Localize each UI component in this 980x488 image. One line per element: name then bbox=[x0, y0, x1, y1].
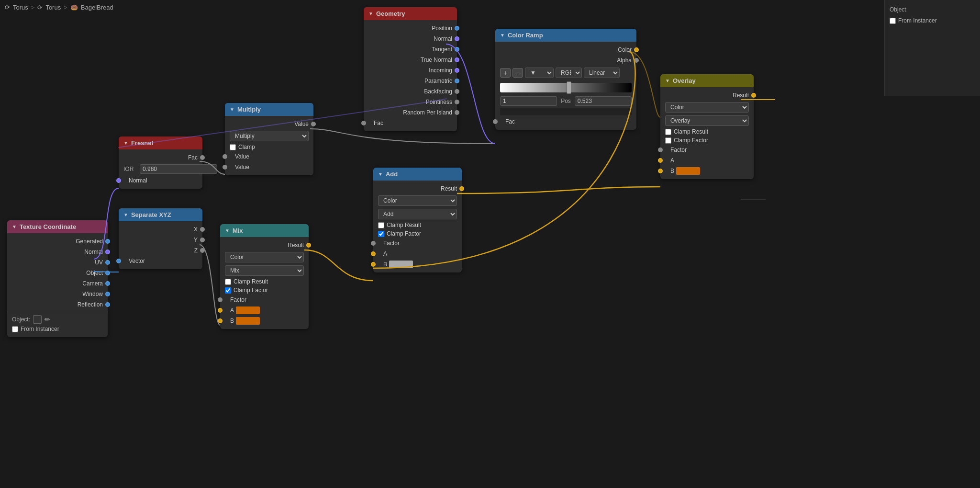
node-separate-xyz-title: Separate XYZ bbox=[131, 211, 171, 218]
color-ramp-black-bar[interactable] bbox=[500, 108, 632, 115]
color-ramp-gradient[interactable] bbox=[500, 83, 632, 92]
node-multiply-header[interactable]: ▼ Multiply bbox=[225, 103, 313, 116]
socket-overlay-a[interactable] bbox=[658, 158, 663, 163]
overlay-clamp-result-checkbox[interactable] bbox=[665, 129, 671, 135]
color-ramp-interpolation-dropdown[interactable]: ▼ bbox=[525, 68, 554, 78]
mix-clamp-result-checkbox[interactable] bbox=[225, 279, 231, 285]
color-ramp-index-field[interactable] bbox=[500, 96, 557, 106]
mix-dropdown2[interactable]: Mix bbox=[225, 265, 304, 276]
color-ramp-pos-field[interactable] bbox=[575, 96, 632, 106]
add-clamp-result-row: Clamp Result bbox=[373, 221, 462, 229]
node-geometry-header[interactable]: ▼ Geometry bbox=[364, 7, 457, 20]
socket-reflection[interactable] bbox=[105, 302, 110, 307]
overlay-color-dropdown[interactable]: Color bbox=[665, 102, 749, 113]
socket-result-out[interactable] bbox=[306, 243, 311, 248]
overlay-b-swatch[interactable] bbox=[676, 167, 700, 175]
socket-random-per-island[interactable] bbox=[455, 110, 459, 115]
socket-x[interactable] bbox=[200, 227, 205, 232]
node-separate-xyz-header[interactable]: ▼ Separate XYZ bbox=[119, 208, 202, 221]
socket-value2-in[interactable] bbox=[223, 165, 227, 170]
node-add-header[interactable]: ▼ Add bbox=[373, 168, 462, 181]
socket-fac-out[interactable] bbox=[200, 155, 205, 160]
multiply-collapse[interactable]: ▼ bbox=[230, 107, 234, 112]
color-ramp-handle[interactable] bbox=[567, 81, 571, 94]
socket-normal-geo[interactable] bbox=[455, 36, 459, 41]
socket-label-overlay-factor: Factor bbox=[670, 147, 687, 153]
multiply-dropdown[interactable]: Multiply bbox=[230, 131, 309, 141]
socket-b-in[interactable] bbox=[218, 318, 223, 323]
separate-xyz-collapse[interactable]: ▼ bbox=[123, 212, 128, 217]
mix-collapse[interactable]: ▼ bbox=[225, 228, 230, 233]
add-clamp-result-checkbox[interactable] bbox=[378, 222, 384, 228]
add-dropdown2[interactable]: Add bbox=[378, 209, 457, 219]
socket-fac-geo-in[interactable] bbox=[361, 121, 366, 125]
socket-ramp-color[interactable] bbox=[634, 47, 639, 52]
overlay-blend-dropdown[interactable]: Overlay bbox=[665, 115, 749, 126]
add-dropdown1[interactable]: Color bbox=[378, 195, 457, 206]
socket-add-a[interactable] bbox=[371, 251, 376, 256]
a-swatch[interactable] bbox=[236, 306, 260, 314]
socket-vector-in[interactable] bbox=[116, 259, 121, 263]
add-clamp-factor-checkbox[interactable] bbox=[378, 231, 384, 237]
socket-fac-ramp-in[interactable] bbox=[493, 119, 498, 124]
breadcrumb-torus1[interactable]: Torus bbox=[13, 4, 28, 11]
socket-uv[interactable] bbox=[105, 260, 110, 265]
add-b-swatch[interactable] bbox=[389, 261, 413, 268]
socket-generated[interactable] bbox=[105, 239, 110, 244]
eyedropper-icon[interactable]: ✏ bbox=[45, 316, 50, 323]
ior-field[interactable] bbox=[140, 164, 217, 174]
socket-window[interactable] bbox=[105, 292, 110, 296]
node-mix-header[interactable]: ▼ Mix bbox=[220, 224, 309, 237]
socket-value1-in[interactable] bbox=[223, 154, 227, 159]
socket-value-out[interactable] bbox=[311, 122, 316, 126]
node-fresnel-title: Fresnel bbox=[131, 139, 153, 147]
socket-parametric[interactable] bbox=[455, 79, 459, 83]
color-ramp-remove-btn[interactable]: − bbox=[512, 68, 523, 78]
socket-factor-in[interactable] bbox=[218, 297, 223, 302]
color-ramp-mode-dropdown[interactable]: RGB bbox=[556, 68, 582, 78]
geometry-collapse[interactable]: ▼ bbox=[368, 11, 373, 16]
object-swatch[interactable] bbox=[33, 315, 42, 324]
overlay-clamp-factor-checkbox[interactable] bbox=[665, 137, 671, 144]
breadcrumb-torus2[interactable]: Torus bbox=[45, 4, 61, 11]
node-texture-coordinate-header[interactable]: ▼ Texture Coordinate bbox=[7, 220, 108, 233]
node-fresnel-header[interactable]: ▼ Fresnel bbox=[119, 136, 202, 149]
color-ramp-add-btn[interactable]: + bbox=[500, 68, 511, 78]
b-swatch[interactable] bbox=[236, 317, 260, 325]
mix-dropdown1[interactable]: Color bbox=[225, 252, 304, 262]
multiply-clamp-checkbox[interactable] bbox=[230, 144, 236, 150]
from-instancer-checkbox[interactable] bbox=[12, 326, 18, 332]
socket-overlay-result[interactable] bbox=[751, 93, 756, 98]
socket-add-result[interactable] bbox=[459, 186, 464, 191]
socket-normal-in[interactable] bbox=[116, 178, 121, 183]
right-panel-from-instancer-checkbox[interactable] bbox=[890, 18, 896, 24]
socket-incoming[interactable] bbox=[455, 68, 459, 73]
breadcrumb-bagelbread[interactable]: BagelBread bbox=[81, 4, 113, 11]
socket-position[interactable] bbox=[455, 26, 459, 31]
socket-overlay-factor[interactable] bbox=[658, 148, 663, 152]
node-overlay-header[interactable]: ▼ Overlay bbox=[660, 74, 754, 87]
color-ramp-collapse[interactable]: ▼ bbox=[500, 33, 505, 38]
socket-overlay-b[interactable] bbox=[658, 169, 663, 173]
socket-z[interactable] bbox=[200, 248, 205, 253]
socket-pointiness[interactable] bbox=[455, 100, 459, 104]
node-color-ramp-header[interactable]: ▼ Color Ramp bbox=[495, 29, 636, 42]
add-collapse[interactable]: ▼ bbox=[378, 171, 383, 177]
fresnel-collapse[interactable]: ▼ bbox=[123, 140, 128, 146]
socket-add-b[interactable] bbox=[371, 262, 376, 267]
socket-backfacing[interactable] bbox=[455, 89, 459, 94]
color-ramp-type-dropdown[interactable]: Linear bbox=[584, 68, 620, 78]
collapse-arrow[interactable]: ▼ bbox=[12, 224, 17, 229]
overlay-collapse[interactable]: ▼ bbox=[665, 78, 670, 83]
socket-normal[interactable] bbox=[105, 250, 110, 254]
socket-ramp-alpha[interactable] bbox=[634, 58, 639, 63]
socket-object[interactable] bbox=[105, 271, 110, 275]
socket-true-normal[interactable] bbox=[455, 57, 459, 62]
socket-tangent[interactable] bbox=[455, 47, 459, 52]
socket-a-in[interactable] bbox=[218, 308, 223, 313]
mix-clamp-factor-checkbox[interactable] bbox=[225, 287, 231, 294]
socket-camera[interactable] bbox=[105, 281, 110, 286]
socket-y[interactable] bbox=[200, 238, 205, 242]
socket-row-normal-geo: Normal bbox=[364, 34, 457, 44]
socket-add-factor[interactable] bbox=[371, 241, 376, 246]
